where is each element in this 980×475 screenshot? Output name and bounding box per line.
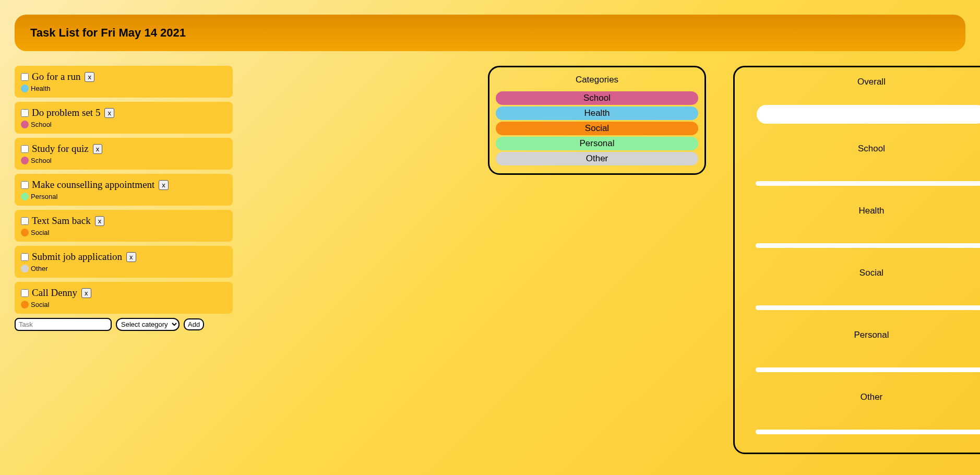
delete-button[interactable]: x (93, 144, 103, 154)
progress-section: Social (756, 268, 980, 310)
category-dot-icon (21, 121, 29, 128)
task-checkbox[interactable] (21, 73, 29, 81)
page-title: Task List for Fri May 14 2021 (30, 26, 950, 40)
task-input[interactable] (15, 318, 112, 331)
delete-button[interactable]: x (104, 108, 114, 118)
task-label: Make counselling appointment (32, 179, 154, 191)
task-checkbox[interactable] (21, 253, 29, 261)
task-label: Call Denny (32, 287, 77, 299)
task-item: Do problem set 5xSchool (15, 102, 233, 134)
category-pill[interactable]: Other (496, 152, 698, 165)
progress-section: School (756, 144, 980, 186)
task-checkbox[interactable] (21, 109, 29, 117)
task-checkbox[interactable] (21, 289, 29, 297)
category-pill[interactable]: Personal (496, 137, 698, 150)
progress-section: Health (756, 206, 980, 248)
task-category-label: Social (31, 301, 49, 308)
progress-section: Personal (756, 330, 980, 372)
task-label: Submit job application (32, 251, 122, 263)
progress-panel: OverallSchoolHealthSocialPersonalOther (733, 66, 980, 454)
category-dot-icon (21, 85, 29, 92)
task-item: Go for a runxHealth (15, 66, 233, 98)
task-item: Submit job applicationxOther (15, 246, 233, 278)
task-checkbox[interactable] (21, 145, 29, 153)
task-category-label: Health (31, 85, 51, 92)
task-category-label: School (31, 157, 52, 164)
progress-label: Social (756, 268, 980, 278)
category-pill[interactable]: Health (496, 106, 698, 120)
task-label: Do problem set 5 (32, 107, 100, 118)
delete-button[interactable]: x (85, 72, 94, 82)
page-header: Task List for Fri May 14 2021 (15, 15, 965, 51)
category-dot-icon (21, 301, 29, 308)
delete-button[interactable]: x (95, 216, 105, 226)
task-item: Study for quizxSchool (15, 138, 233, 170)
task-checkbox[interactable] (21, 181, 29, 189)
task-category-label: School (31, 121, 52, 128)
task-category-label: Personal (31, 193, 57, 200)
category-pill[interactable]: School (496, 91, 698, 105)
add-button[interactable]: Add (184, 318, 204, 330)
task-item: Call DennyxSocial (15, 282, 233, 314)
progress-bar (756, 181, 980, 186)
delete-button[interactable]: x (159, 180, 169, 190)
delete-button[interactable]: x (126, 252, 136, 262)
progress-bar (757, 105, 980, 124)
progress-label: Overall (756, 77, 980, 87)
task-label: Study for quiz (32, 143, 89, 155)
task-list: Go for a runxHealthDo problem set 5xScho… (15, 66, 233, 331)
progress-label: Personal (756, 330, 980, 340)
task-label: Go for a run (32, 71, 80, 82)
category-dot-icon (21, 229, 29, 236)
progress-bar (756, 430, 980, 434)
progress-label: School (756, 144, 980, 154)
progress-section: Other (756, 392, 980, 434)
category-select[interactable]: Select category SchoolHealthSocialPerson… (116, 318, 180, 331)
task-checkbox[interactable] (21, 217, 29, 225)
task-item: Text Sam backxSocial (15, 210, 233, 242)
categories-title: Categories (496, 75, 698, 85)
progress-bar (756, 243, 980, 248)
delete-button[interactable]: x (81, 288, 91, 298)
category-dot-icon (21, 265, 29, 272)
category-dot-icon (21, 193, 29, 200)
progress-bar (756, 305, 980, 310)
progress-label: Other (756, 392, 980, 402)
progress-label: Health (756, 206, 980, 216)
task-category-label: Other (31, 265, 48, 272)
progress-bar (756, 367, 980, 372)
progress-section: Overall (756, 77, 980, 124)
add-task-form: Select category SchoolHealthSocialPerson… (15, 318, 233, 331)
task-label: Text Sam back (32, 215, 91, 227)
task-item: Make counselling appointmentxPersonal (15, 174, 233, 206)
category-pill[interactable]: Social (496, 122, 698, 135)
category-dot-icon (21, 157, 29, 164)
task-category-label: Social (31, 229, 49, 236)
categories-panel: Categories SchoolHealthSocialPersonalOth… (488, 66, 706, 175)
